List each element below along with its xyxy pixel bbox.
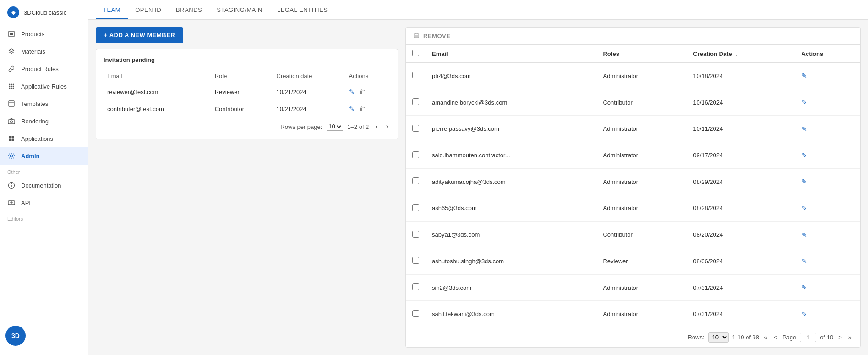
layers-icon — [7, 47, 16, 55]
invitation-table: Email Role Creation date Actions reviewe… — [104, 69, 390, 117]
inv-email: contributer@test.com — [104, 100, 211, 117]
member-role: Reviewer — [596, 248, 687, 275]
member-checkbox[interactable] — [412, 204, 419, 211]
members-pagination-info: 1-10 of 98 — [732, 334, 759, 341]
member-edit-icon[interactable]: ✎ — [802, 152, 807, 159]
invitation-title: Invitation pending — [104, 56, 390, 63]
sidebar-item-materials[interactable]: Materials — [0, 43, 88, 60]
sidebar-item-templates[interactable]: Templates — [0, 95, 88, 112]
members-first-page-button[interactable]: « — [763, 333, 769, 342]
member-edit-icon[interactable]: ✎ — [802, 99, 807, 106]
3dcloud-avatar[interactable]: 3D — [5, 326, 26, 346]
gear-icon — [7, 152, 16, 160]
inv-role: Reviewer — [211, 83, 273, 100]
tab-legal-entities[interactable]: LEGAL ENTITIES — [270, 0, 335, 19]
member-checkbox[interactable] — [412, 151, 419, 158]
member-checkbox[interactable] — [412, 257, 419, 264]
members-rows-select[interactable]: 10 25 50 — [708, 332, 729, 343]
sidebar-item-product-rules[interactable]: Product Rules — [0, 60, 88, 78]
rows-per-page-select[interactable]: 10 25 50 — [327, 122, 343, 131]
inv-prev-page-button[interactable]: ‹ — [373, 122, 379, 132]
right-panel: REMOVE Email Roles Creation Date ↓ Actio… — [405, 27, 861, 348]
member-email: amandine.borycki@3ds.com — [426, 89, 596, 116]
main-content: TEAM OPEN ID BRANDS STAGING/MAIN LEGAL E… — [88, 0, 868, 355]
sidebar-item-documentation[interactable]: Documentation — [0, 177, 88, 194]
member-email: ashutoshu.singh@3ds.com — [426, 248, 596, 275]
member-checkbox[interactable] — [412, 98, 419, 105]
wrench-icon — [7, 65, 16, 73]
member-email: pierre.passavy@3ds.com — [426, 116, 596, 142]
member-checkbox[interactable] — [412, 72, 419, 78]
sidebar-item-products[interactable]: Products — [0, 25, 88, 43]
sidebar-item-admin[interactable]: Admin — [0, 147, 88, 165]
sidebar-item-applications[interactable]: Applications — [0, 130, 88, 147]
member-edit-icon[interactable]: ✎ — [802, 125, 807, 133]
member-checkbox-cell — [406, 89, 426, 116]
svg-rect-1 — [10, 33, 13, 35]
doc-icon — [7, 181, 16, 189]
members-col-creation-date: Creation Date ↓ — [687, 45, 795, 63]
svg-point-6 — [11, 86, 12, 87]
tab-open-id[interactable]: OPEN ID — [128, 0, 169, 19]
inv-next-page-button[interactable]: › — [384, 122, 390, 132]
add-member-button[interactable]: + ADD A NEW MEMBER — [96, 27, 183, 43]
member-checkbox[interactable] — [412, 310, 419, 317]
select-all-checkbox[interactable] — [412, 50, 419, 56]
member-checkbox-cell — [406, 168, 426, 195]
remove-bar: REMOVE — [406, 28, 860, 45]
members-col-actions: Actions — [795, 45, 860, 63]
member-edit-icon[interactable]: ✎ — [802, 205, 807, 212]
member-edit-icon[interactable]: ✎ — [802, 257, 807, 265]
member-checkbox-cell — [406, 222, 426, 248]
inv-role: Contributor — [211, 100, 273, 117]
members-pagination: Rows: 10 25 50 1-10 of 98 « < Page of 10… — [406, 327, 860, 347]
member-edit-icon[interactable]: ✎ — [802, 178, 807, 185]
member-role: Administrator — [596, 63, 687, 89]
member-creation-date: 10/11/2024 — [687, 116, 795, 142]
member-edit-icon[interactable]: ✎ — [802, 284, 807, 291]
sidebar-label-applicative-rules: Applicative Rules — [21, 83, 67, 90]
members-next-page-button[interactable]: > — [837, 333, 843, 342]
edit-icon[interactable]: ✎ — [349, 88, 355, 95]
sidebar-label-rendering: Rendering — [21, 118, 49, 125]
members-page-input[interactable] — [800, 333, 816, 342]
template-icon — [7, 100, 16, 108]
logo-text: 3DCloud classic — [24, 9, 66, 16]
member-edit-icon[interactable]: ✎ — [802, 311, 807, 318]
sidebar-label-api: API — [21, 200, 31, 206]
members-last-page-button[interactable]: » — [847, 333, 853, 342]
sidebar-label-applications: Applications — [21, 135, 53, 142]
member-email: adityakumar.ojha@3ds.com — [426, 168, 596, 195]
inv-creation-date: 10/21/2024 — [273, 100, 345, 117]
member-checkbox[interactable] — [412, 231, 419, 238]
sidebar-item-applicative-rules[interactable]: Applicative Rules — [0, 78, 88, 95]
delete-icon[interactable]: 🗑 — [359, 105, 366, 112]
member-checkbox[interactable] — [412, 178, 419, 184]
member-checkbox-cell — [406, 248, 426, 275]
member-role: Administrator — [596, 195, 687, 222]
member-row: said.ihammouten.contractor... Administra… — [406, 142, 860, 169]
member-checkbox[interactable] — [412, 283, 419, 290]
sidebar-item-rendering[interactable]: Rendering — [0, 112, 88, 130]
tab-staging-main[interactable]: STAGING/MAIN — [209, 0, 270, 19]
member-edit-icon[interactable]: ✎ — [802, 231, 807, 239]
sidebar-item-api[interactable]: API — [0, 194, 88, 211]
members-col-email: Email — [426, 45, 596, 63]
member-actions: ✎ — [795, 89, 860, 116]
inv-creation-date: 10/21/2024 — [273, 83, 345, 100]
member-role: Administrator — [596, 142, 687, 169]
tab-team[interactable]: TEAM — [96, 0, 128, 19]
member-row: ptr4@3ds.com Administrator 10/18/2024 ✎ — [406, 63, 860, 89]
members-rows-label: Rows: — [688, 334, 704, 341]
delete-icon[interactable]: 🗑 — [359, 88, 366, 95]
members-prev-page-button[interactable]: < — [772, 333, 779, 342]
inv-col-creation-date: Creation date — [273, 69, 345, 83]
edit-icon[interactable]: ✎ — [349, 105, 355, 112]
tab-brands[interactable]: BRANDS — [169, 0, 209, 19]
invitation-row: contributer@test.com Contributor 10/21/2… — [104, 100, 390, 117]
member-edit-icon[interactable]: ✎ — [802, 72, 807, 79]
inv-col-actions: Actions — [345, 69, 391, 83]
member-checkbox[interactable] — [412, 125, 419, 132]
member-actions: ✎ — [795, 63, 860, 89]
member-row: sabya1@3ds.com Contributor 08/20/2024 ✎ — [406, 222, 860, 248]
